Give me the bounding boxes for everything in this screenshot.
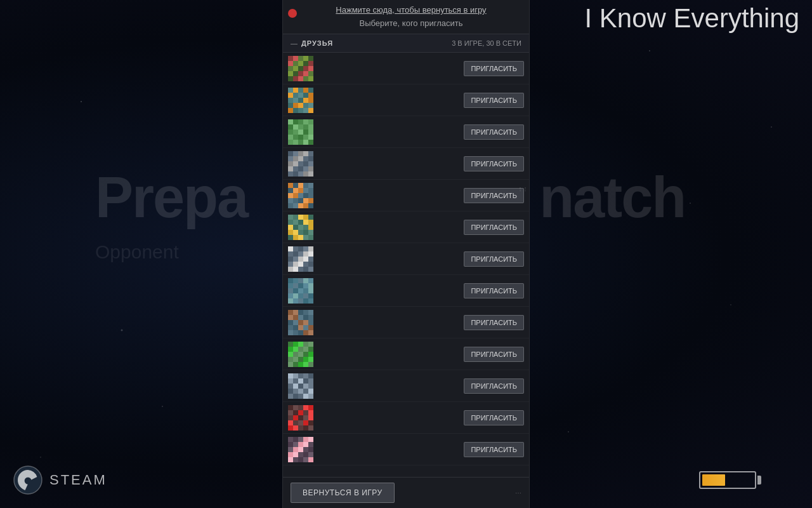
friend-item: ПРИГЛАСИТЬ xyxy=(283,53,529,84)
friend-avatar xyxy=(288,278,313,304)
game-title: I Know Everything xyxy=(572,0,812,37)
friend-avatar xyxy=(288,310,313,335)
friend-avatar xyxy=(288,437,313,462)
invite-button[interactable]: ПРИГЛАСИТЬ xyxy=(464,315,524,330)
steam-overlay-panel: Нажмите сюда, чтобы вернуться в игру Выб… xyxy=(282,0,530,508)
friend-avatar-container xyxy=(288,88,313,113)
invite-button[interactable]: ПРИГЛАСИТЬ xyxy=(464,410,524,425)
game-title-text: I Know Everything xyxy=(584,3,799,33)
friend-avatar-container xyxy=(288,215,313,240)
friend-item: ПРИГЛАСИТЬ xyxy=(283,116,529,148)
red-dot-indicator xyxy=(288,9,297,18)
friends-count: 3 В ИГРЕ, 30 В СЕТИ xyxy=(452,39,521,47)
scroll-indicator: ⋮⋮ xyxy=(518,186,528,192)
invite-button[interactable]: ПРИГЛАСИТЬ xyxy=(464,124,524,140)
friend-avatar-container xyxy=(288,246,313,272)
invite-button[interactable]: ПРИГЛАСИТЬ xyxy=(464,220,524,235)
friend-avatar-container xyxy=(288,183,313,208)
friend-item: ПРИГЛАСИТЬ xyxy=(283,338,529,370)
friend-avatar xyxy=(288,151,313,177)
friend-avatar-container xyxy=(288,373,313,399)
friend-avatar xyxy=(288,88,313,113)
friend-avatar-container xyxy=(288,151,313,177)
invite-button[interactable]: ПРИГЛАСИТЬ xyxy=(464,188,524,203)
friend-avatar-container xyxy=(288,119,313,145)
invite-button[interactable]: ПРИГЛАСИТЬ xyxy=(464,347,524,362)
friends-list[interactable]: ПРИГЛАСИТЬПРИГЛАСИТЬПРИГЛАСИТЬПРИГЛАСИТЬ… xyxy=(283,53,529,477)
friend-item: ПРИГЛАСИТЬ xyxy=(283,180,529,211)
return-to-game-button[interactable]: ВЕРНУТЬСЯ В ИГРУ xyxy=(291,483,395,503)
friend-avatar-container xyxy=(288,310,313,335)
friend-item: ПРИГЛАСИТЬ xyxy=(283,402,529,434)
friend-item: ПРИГЛАСИТЬ xyxy=(283,275,529,307)
friend-avatar xyxy=(288,183,313,208)
invite-button[interactable]: ПРИГЛАСИТЬ xyxy=(464,61,524,76)
battery-fill xyxy=(702,474,725,486)
friend-avatar xyxy=(288,246,313,272)
friend-avatar xyxy=(288,373,313,399)
steam-label: STEAM xyxy=(49,472,107,488)
overlay-footer: ВЕРНУТЬСЯ В ИГРУ ⋯ xyxy=(283,477,529,508)
friend-item: ПРИГЛАСИТЬ xyxy=(283,243,529,275)
friend-item: ПРИГЛАСИТЬ xyxy=(283,211,529,243)
friend-avatar-container xyxy=(288,437,313,462)
invite-button[interactable]: ПРИГЛАСИТЬ xyxy=(464,156,524,171)
friend-item: ПРИГЛАСИТЬ xyxy=(283,434,529,465)
footer-dots: ⋯ xyxy=(515,490,521,497)
friend-avatar-container xyxy=(288,56,313,81)
invite-button[interactable]: ПРИГЛАСИТЬ xyxy=(464,283,524,298)
battery-tip xyxy=(757,476,761,485)
invite-button[interactable]: ПРИГЛАСИТЬ xyxy=(464,378,524,394)
friend-avatar-container xyxy=(288,278,313,304)
invite-button[interactable]: ПРИГЛАСИТЬ xyxy=(464,93,524,108)
steam-icon xyxy=(13,465,43,495)
overlay-header: Нажмите сюда, чтобы вернуться в игру Выб… xyxy=(283,0,529,34)
return-to-game-link[interactable]: Нажмите сюда, чтобы вернуться в игру xyxy=(301,5,521,15)
steam-logo: STEAM xyxy=(13,465,107,495)
friend-avatar xyxy=(288,119,313,145)
friend-avatar-container xyxy=(288,342,313,367)
friends-section-header: — ДРУЗЬЯ 3 В ИГРЕ, 30 В СЕТИ xyxy=(283,34,529,53)
friend-item: ПРИГЛАСИТЬ xyxy=(283,84,529,116)
battery-body xyxy=(699,471,756,489)
invite-button[interactable]: ПРИГЛАСИТЬ xyxy=(464,442,524,457)
friend-avatar-container xyxy=(288,405,313,431)
choose-label: Выберите, кого пригласить xyxy=(360,18,463,28)
invite-button[interactable]: ПРИГЛАСИТЬ xyxy=(464,251,524,267)
friends-title: ДРУЗЬЯ xyxy=(301,39,452,47)
friend-avatar xyxy=(288,405,313,431)
collapse-icon[interactable]: — xyxy=(291,39,298,47)
friend-avatar xyxy=(288,342,313,367)
friend-item: ПРИГЛАСИТЬ xyxy=(283,148,529,180)
friend-item: ПРИГЛАСИТЬ xyxy=(283,307,529,338)
friend-avatar xyxy=(288,215,313,240)
friend-avatar xyxy=(288,56,313,81)
friend-item: ПРИГЛАСИТЬ xyxy=(283,370,529,402)
battery-indicator xyxy=(699,471,761,489)
